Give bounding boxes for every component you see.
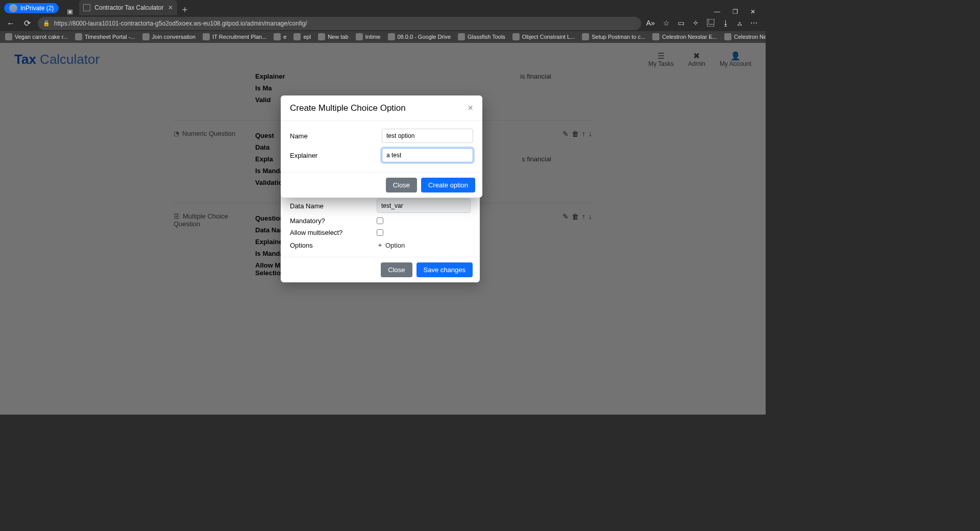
page: Tax Calculator ☰My Tasks ✖Admin 👤My Acco… — [0, 43, 766, 415]
back-icon[interactable]: ← — [5, 19, 16, 28]
data-name-label: Data Name — [290, 202, 377, 210]
minimize-icon[interactable]: — — [714, 8, 720, 15]
bookmark-label: Celestron NexStar E... — [734, 34, 766, 40]
window-controls: — ❐ ✕ — [714, 5, 763, 15]
bookmark-favicon-icon — [582, 33, 589, 40]
bookmark-label: New tab — [328, 34, 348, 40]
name-input[interactable] — [382, 129, 473, 143]
tab-active[interactable]: Contractor Tax Calculator ✕ — [79, 0, 177, 15]
bookmark-label: 08.0.0 - Google Drive — [398, 34, 451, 40]
bookmark-label: IT Recruitment Plan... — [212, 34, 266, 40]
bookmarks-bar: Vegan carrot cake r... Timesheet Portal … — [0, 31, 766, 43]
close-icon[interactable]: × — [468, 103, 473, 113]
bookmark-favicon-icon — [388, 33, 395, 40]
bookmark-item[interactable]: Celestron NexStar E... — [724, 33, 766, 40]
bookmark-favicon-icon — [5, 33, 12, 40]
bookmark-item[interactable]: Intime — [356, 33, 381, 40]
favicon-icon — [83, 4, 90, 11]
edit-question-body: Data Name Mandatory? Allow multiselect? … — [281, 194, 480, 257]
browser-chrome: InPrivate (2) ▣ Contractor Tax Calculato… — [0, 0, 766, 43]
bookmark-label: e — [283, 34, 286, 40]
save-changes-button[interactable]: Save changes — [416, 262, 473, 277]
edit-question-modal: Data Name Mandatory? Allow multiselect? … — [281, 194, 480, 282]
bookmark-item[interactable]: epl — [293, 33, 311, 40]
inprivate-badge[interactable]: InPrivate (2) — [4, 3, 59, 13]
toolbar-icons: A» ☆ ▭ ✧ ⿺ ⭳ ஃ ⋯ — [646, 19, 761, 28]
more-icon[interactable]: ⋯ — [750, 19, 757, 28]
extensions-icon[interactable]: ஃ — [738, 19, 742, 28]
read-aloud-icon[interactable]: A» — [646, 19, 655, 28]
bookmark-label: Celestron Nexstar E... — [662, 34, 717, 40]
bookmark-label: Glassfish Tools — [468, 34, 505, 40]
explainer-input[interactable] — [382, 148, 473, 162]
bookmark-label: Intime — [365, 34, 381, 40]
address-bar[interactable]: 🔒 https://8000-laura10101-contractorta-g… — [38, 17, 641, 30]
bookmark-favicon-icon — [356, 33, 363, 40]
bookmark-favicon-icon — [724, 33, 731, 40]
bookmark-item[interactable]: IT Recruitment Plan... — [203, 33, 266, 40]
modal-footer: Close Create option — [281, 172, 482, 198]
bookmark-item[interactable]: Vegan carrot cake r... — [5, 33, 68, 40]
modal-body: Name Explainer — [281, 121, 482, 172]
bookmark-favicon-icon — [512, 33, 520, 40]
close-window-icon[interactable]: ✕ — [750, 8, 755, 15]
bookmark-favicon-icon — [318, 33, 325, 40]
plus-icon: ＋ — [377, 240, 383, 250]
tab-strip: InPrivate (2) ▣ Contractor Tax Calculato… — [0, 0, 766, 15]
url-text: https://8000-laura10101-contractorta-g5o… — [54, 20, 307, 27]
bookmark-favicon-icon — [75, 33, 82, 40]
close-button[interactable]: Close — [381, 262, 412, 277]
collections-icon[interactable]: ⿺ — [707, 19, 714, 28]
mandatory-checkbox[interactable] — [377, 218, 383, 224]
bookmark-item[interactable]: Setup Postman to c... — [582, 33, 645, 40]
data-name-input[interactable] — [377, 199, 471, 213]
modal-title: Create Multiple Choice Option — [290, 103, 406, 113]
bookmark-item[interactable]: Celestron Nexstar E... — [652, 33, 717, 40]
create-option-button[interactable]: Create option — [421, 178, 475, 192]
bookmark-label: Setup Postman to c... — [592, 34, 645, 40]
tab-title: Contractor Tax Calculator — [94, 4, 163, 11]
new-tab-button[interactable]: ＋ — [177, 3, 192, 15]
downloads-icon[interactable]: ⭳ — [722, 19, 729, 28]
allow-multiselect-checkbox[interactable] — [377, 229, 383, 236]
bookmark-favicon-icon — [458, 33, 465, 40]
close-button[interactable]: Close — [386, 178, 417, 192]
options-label: Options — [290, 242, 377, 249]
bookmark-item[interactable]: Join conversation — [142, 33, 196, 40]
bookmark-item[interactable]: Glassfish Tools — [458, 33, 505, 40]
reading-list-icon[interactable]: ▭ — [678, 19, 684, 28]
refresh-icon[interactable]: ⟳ — [21, 18, 33, 28]
close-tab-icon[interactable]: ✕ — [168, 4, 173, 11]
add-option-label: Option — [385, 242, 405, 249]
bookmark-favicon-icon — [142, 33, 150, 40]
bookmark-favicon-icon — [203, 33, 210, 40]
bookmark-favicon-icon — [274, 33, 281, 40]
mandatory-label: Mandatory? — [290, 217, 377, 225]
bookmark-label: Vegan carrot cake r... — [15, 34, 68, 40]
bookmark-label: Timesheet Portal -... — [85, 34, 135, 40]
bookmark-item[interactable]: New tab — [318, 33, 348, 40]
add-option-button[interactable]: ＋ Option — [377, 240, 405, 250]
maximize-icon[interactable]: ❐ — [732, 8, 738, 15]
favorites-bar-icon[interactable]: ✧ — [693, 19, 699, 28]
address-row: ← ⟳ 🔒 https://8000-laura10101-contractor… — [0, 15, 766, 31]
bookmark-favicon-icon — [652, 33, 659, 40]
bookmark-item[interactable]: 08.0.0 - Google Drive — [388, 33, 451, 40]
create-option-modal: Create Multiple Choice Option × Name Exp… — [281, 95, 482, 198]
name-label: Name — [290, 132, 382, 140]
inprivate-label: InPrivate (2) — [20, 5, 54, 12]
avatar-icon — [9, 4, 17, 12]
bookmark-label: Object Constraint L... — [522, 34, 575, 40]
edit-question-footer: Close Save changes — [281, 257, 480, 282]
bookmark-label: epl — [303, 34, 311, 40]
lock-icon: 🔒 — [43, 20, 50, 27]
modal-header: Create Multiple Choice Option × — [281, 95, 482, 121]
bookmark-item[interactable]: Object Constraint L... — [512, 33, 575, 40]
bookmark-label: Join conversation — [152, 34, 196, 40]
bookmark-item[interactable]: e — [274, 33, 286, 40]
workspaces-icon[interactable]: ▣ — [63, 8, 77, 15]
favorite-icon[interactable]: ☆ — [663, 19, 670, 28]
allow-multiselect-label: Allow multiselect? — [290, 229, 377, 236]
bookmark-item[interactable]: Timesheet Portal -... — [75, 33, 135, 40]
explainer-label: Explainer — [290, 152, 382, 159]
